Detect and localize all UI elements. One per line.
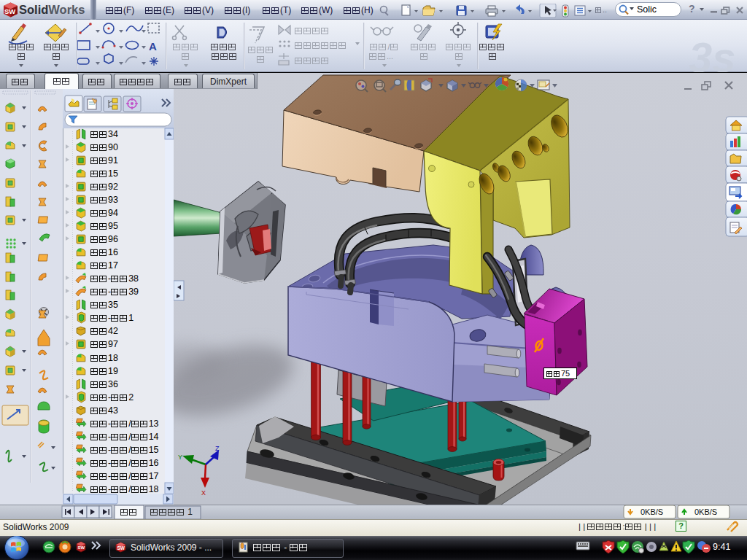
svg-text:A: A <box>149 40 157 52</box>
svg-text:3s: 3s <box>689 34 736 72</box>
svg-text:SW: SW <box>78 545 85 550</box>
svg-text:Z: Z <box>215 445 220 452</box>
svg-text:SW: SW <box>4 7 15 15</box>
svg-text:9:41: 9:41 <box>713 542 730 552</box>
svg-text:Y: Y <box>178 454 182 461</box>
svg-text:0KB/S: 0KB/S <box>694 508 717 516</box>
svg-text:SW: SW <box>117 545 125 551</box>
svg-text:X: X <box>201 489 206 497</box>
svg-text:0KB/S: 0KB/S <box>640 508 663 516</box>
